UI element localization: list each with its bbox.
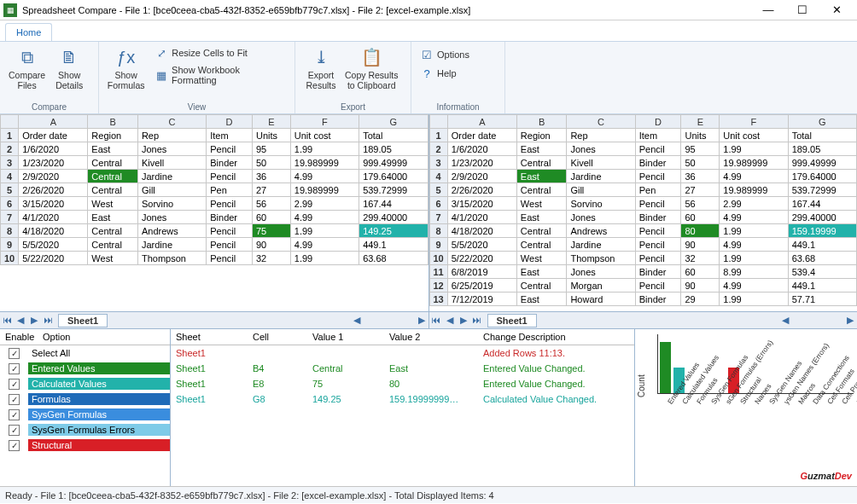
cell[interactable]: 56 [252, 197, 290, 211]
cell[interactable]: Unit cost [290, 129, 359, 142]
cell[interactable]: 539.4 [788, 265, 856, 279]
cell[interactable]: Binder [635, 156, 681, 170]
cell[interactable]: 4/18/2020 [19, 224, 88, 238]
table-row[interactable]: 84/18/2020CentralAndrewsPencil801.99159.… [429, 224, 857, 238]
cell[interactable]: 32 [252, 252, 290, 265]
option-row[interactable]: ✓SysGen Formulas [0, 407, 170, 422]
cell[interactable]: 90 [681, 279, 720, 293]
cell[interactable]: Pencil [207, 170, 253, 183]
cell[interactable]: Pencil [635, 224, 681, 238]
nav-last-icon[interactable]: ⏭ [41, 315, 55, 326]
cell[interactable]: 19.989999 [290, 156, 359, 170]
cell[interactable]: 9 [1, 238, 19, 252]
change-row[interactable]: Sheet1G8149.25159.19999999…Calculated Va… [171, 391, 634, 407]
cell[interactable]: Sorvino [137, 197, 206, 211]
cell[interactable]: 1.99 [720, 293, 788, 306]
table-row[interactable]: 21/6/2020EastJonesPencil951.99189.05 [429, 142, 857, 156]
cell[interactable]: 5 [1, 183, 19, 197]
right-grid[interactable]: ABCDEFG1Order dateRegionRepItemUnitsUnit… [429, 114, 858, 306]
cell[interactable]: 299.40000 [359, 211, 428, 224]
table-row[interactable]: 52/26/2020CentralGillPen2719.989999539.7… [429, 183, 857, 197]
cell[interactable]: East [88, 211, 138, 224]
cell[interactable]: Andrews [567, 224, 635, 238]
cell[interactable]: 80 [681, 224, 720, 238]
cell[interactable]: 1.99 [290, 252, 359, 265]
cell[interactable]: East [516, 142, 567, 156]
cell[interactable]: 4.99 [720, 211, 788, 224]
cell[interactable]: Rep [137, 129, 206, 142]
cell[interactable]: 4.99 [290, 211, 359, 224]
cell[interactable]: 4 [429, 170, 447, 183]
change-row[interactable]: Sheet1Added Rows 11:13. [171, 345, 634, 361]
cell[interactable]: Binder [207, 156, 253, 170]
cell[interactable]: 449.1 [359, 238, 428, 252]
cell[interactable]: Pencil [207, 224, 253, 238]
cell[interactable]: 9 [429, 238, 447, 252]
col-header[interactable] [429, 115, 447, 129]
cell[interactable]: 6/25/2019 [447, 279, 516, 293]
cell[interactable]: Region [88, 129, 138, 142]
cell[interactable]: 6 [429, 197, 447, 211]
col-header[interactable]: G [788, 115, 856, 129]
cell[interactable]: 167.44 [788, 197, 856, 211]
cell[interactable]: Pencil [635, 142, 681, 156]
cell[interactable]: 1.99 [720, 252, 788, 265]
table-row[interactable]: 42/9/2020EastJardinePencil364.99179.6400… [429, 170, 857, 183]
cell[interactable]: 90 [681, 238, 720, 252]
cell[interactable]: West [516, 197, 567, 211]
cell[interactable]: 539.72999 [788, 183, 856, 197]
show-details-button[interactable]: 🗎 Show Details [49, 43, 90, 92]
cell[interactable]: 1.99 [290, 142, 359, 156]
col-header[interactable]: C [567, 115, 635, 129]
cell[interactable]: East [88, 142, 138, 156]
nav-prev-icon[interactable]: ◀ [14, 315, 27, 326]
cell[interactable]: Pencil [635, 238, 681, 252]
col-header[interactable]: B [516, 115, 567, 129]
col-header[interactable]: C [137, 115, 206, 129]
cell[interactable]: 10 [429, 252, 447, 265]
cell[interactable]: Jones [137, 211, 206, 224]
col-header[interactable]: E [252, 115, 290, 129]
cell[interactable]: 19.989999 [290, 183, 359, 197]
cell[interactable]: 2/26/2020 [447, 183, 516, 197]
cell[interactable]: Morgan [567, 279, 635, 293]
table-row[interactable]: 105/22/2020WestThompsonPencil321.9963.68 [429, 252, 857, 265]
cell[interactable]: Item [207, 129, 253, 142]
change-row[interactable]: Sheet1E87580Entered Value Changed. [171, 376, 634, 391]
cell[interactable]: Pencil [207, 197, 253, 211]
cell[interactable]: 10 [1, 252, 19, 265]
cell[interactable]: 3/15/2020 [19, 197, 88, 211]
cell[interactable]: 1 [429, 129, 447, 142]
cell[interactable]: 8 [1, 224, 19, 238]
cell[interactable]: Kivell [137, 156, 206, 170]
cell[interactable]: 4.99 [720, 170, 788, 183]
col-header[interactable]: A [19, 115, 88, 129]
options-button[interactable]: ☑Options [417, 46, 473, 63]
cell[interactable]: 999.49999 [788, 156, 856, 170]
cell[interactable]: 50 [252, 156, 290, 170]
cell[interactable]: Pen [635, 183, 681, 197]
cell[interactable]: 19.989999 [720, 183, 788, 197]
cell[interactable]: 4.99 [720, 279, 788, 293]
cell[interactable]: 4/18/2020 [447, 224, 516, 238]
cell[interactable]: 63.68 [359, 252, 428, 265]
compare-files-button[interactable]: ⧉ Compare Files [5, 43, 49, 92]
col-header[interactable]: D [207, 115, 253, 129]
cell[interactable]: 2/26/2020 [19, 183, 88, 197]
cell[interactable]: Jardine [567, 170, 635, 183]
cell[interactable]: Jones [567, 211, 635, 224]
cell[interactable]: Units [681, 129, 720, 142]
cell[interactable]: 1.99 [720, 224, 788, 238]
cell[interactable]: 5/22/2020 [447, 252, 516, 265]
table-row[interactable]: 63/15/2020WestSorvinoPencil562.99167.44 [1, 197, 428, 211]
checkbox[interactable]: ✓ [9, 425, 20, 436]
cell[interactable]: Jones [137, 142, 206, 156]
cell[interactable]: Binder [635, 211, 681, 224]
nav-first-icon[interactable]: ⏮ [0, 315, 14, 326]
cell[interactable]: Central [516, 156, 567, 170]
cell[interactable]: 36 [252, 170, 290, 183]
cell[interactable]: 60 [681, 265, 720, 279]
table-row[interactable]: 1Order dateRegionRepItemUnitsUnit costTo… [429, 129, 857, 142]
cell[interactable]: 999.49999 [359, 156, 428, 170]
cell[interactable]: Jones [567, 142, 635, 156]
